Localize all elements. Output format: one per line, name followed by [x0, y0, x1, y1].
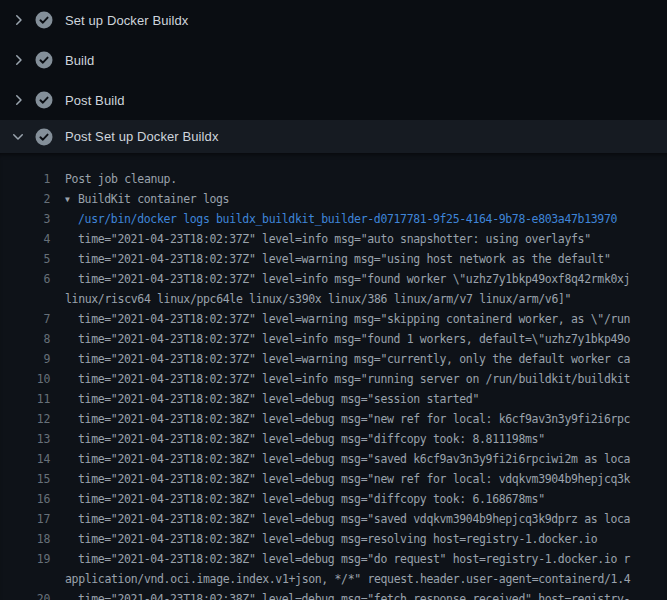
actions-log-viewer: Set up Docker Buildx Build Post Bu — [0, 0, 667, 600]
log-line-text: time="2021-04-23T18:02:37Z" level=info m… — [65, 369, 630, 389]
log-line-text: Post job cleanup. — [65, 169, 177, 189]
log-line: 20 time="2021-04-23T18:02:38Z" level=deb… — [0, 589, 667, 600]
chevron-right-icon — [10, 52, 26, 68]
log-line-text: linux/riscv64 linux/ppc64le linux/s390x … — [65, 289, 571, 309]
log-line-number[interactable]: 18 — [0, 529, 50, 549]
log-line-text: time="2021-04-23T18:02:38Z" level=debug … — [65, 469, 630, 489]
log-line-number[interactable]: 10 — [0, 369, 50, 389]
check-circle-icon — [35, 11, 53, 29]
log-line-number[interactable]: 7 — [0, 309, 50, 329]
log-line-number[interactable]: 11 — [0, 389, 50, 409]
step-header-set-up-docker-buildx[interactable]: Set up Docker Buildx — [0, 0, 667, 40]
log-line-text: time="2021-04-23T18:02:38Z" level=debug … — [65, 549, 630, 569]
log-line-text: time="2021-04-23T18:02:38Z" level=debug … — [65, 409, 630, 429]
log-line-text: time="2021-04-23T18:02:38Z" level=debug … — [65, 429, 545, 449]
log-line-text: time="2021-04-23T18:02:38Z" level=debug … — [65, 489, 545, 509]
check-circle-icon — [35, 51, 53, 69]
step-name: Build — [65, 53, 94, 68]
log-line-text: application/vnd.oci.image.index.v1+json,… — [65, 569, 630, 589]
log-line-text: time="2021-04-23T18:02:37Z" level=info m… — [65, 269, 630, 289]
log-line-number[interactable]: 20 — [0, 589, 50, 600]
log-line-number[interactable]: 8 — [0, 329, 50, 349]
log-line: 7 time="2021-04-23T18:02:37Z" level=warn… — [0, 309, 667, 329]
log-line-number[interactable]: 13 — [0, 429, 50, 449]
log-line-text: time="2021-04-23T18:02:38Z" level=debug … — [65, 449, 630, 469]
log-line-number[interactable]: 5 — [0, 249, 50, 269]
chevron-right-icon — [10, 12, 26, 28]
log-line-number[interactable]: 2 — [0, 189, 50, 209]
log-line-number[interactable]: 15 — [0, 469, 50, 489]
log-line: linux/riscv64 linux/ppc64le linux/s390x … — [0, 289, 667, 309]
log-group-label[interactable]: BuildKit container logs — [78, 192, 229, 206]
log-line-text: ▼BuildKit container logs — [65, 189, 229, 209]
log-line: 10 time="2021-04-23T18:02:37Z" level=inf… — [0, 369, 667, 389]
log-line-text: time="2021-04-23T18:02:37Z" level=warnin… — [65, 309, 630, 329]
log-line-text: time="2021-04-23T18:02:38Z" level=debug … — [65, 389, 479, 409]
log-line-number[interactable]: 14 — [0, 449, 50, 469]
log-line: application/vnd.oci.image.index.v1+json,… — [0, 569, 667, 589]
log-line-number[interactable]: 4 — [0, 229, 50, 249]
step-header-build[interactable]: Build — [0, 40, 667, 80]
log-line-text: time="2021-04-23T18:02:38Z" level=debug … — [65, 509, 630, 529]
log-line: 16 time="2021-04-23T18:02:38Z" level=deb… — [0, 489, 667, 509]
log-line: 17 time="2021-04-23T18:02:38Z" level=deb… — [0, 509, 667, 529]
log-line: 6 time="2021-04-23T18:02:37Z" level=info… — [0, 269, 667, 289]
log-line: 18 time="2021-04-23T18:02:38Z" level=deb… — [0, 529, 667, 549]
log-line-number[interactable]: 9 — [0, 349, 50, 369]
step-name: Set up Docker Buildx — [65, 13, 188, 28]
log-line-text: time="2021-04-23T18:02:38Z" level=debug … — [65, 589, 630, 600]
log-panel[interactable]: 1 Post job cleanup. 2 ▼BuildKit containe… — [0, 153, 667, 600]
log-line-number[interactable]: 1 — [0, 169, 50, 189]
chevron-down-icon — [10, 129, 26, 145]
log-line: 4 time="2021-04-23T18:02:37Z" level=info… — [0, 229, 667, 249]
log-line: 3 /usr/bin/docker logs buildx_buildkit_b… — [0, 209, 667, 229]
log-line-number[interactable]: 16 — [0, 489, 50, 509]
log-line-number — [0, 569, 50, 589]
log-line-number — [0, 289, 50, 309]
log-line-text: time="2021-04-23T18:02:37Z" level=warnin… — [65, 249, 610, 269]
chevron-right-icon — [10, 92, 26, 108]
log-line: 19 time="2021-04-23T18:02:38Z" level=deb… — [0, 549, 667, 569]
log-line: 13 time="2021-04-23T18:02:38Z" level=deb… — [0, 429, 667, 449]
log-line-text: time="2021-04-23T18:02:37Z" level=info m… — [65, 329, 630, 349]
log-line: 12 time="2021-04-23T18:02:38Z" level=deb… — [0, 409, 667, 429]
log-line-number[interactable]: 3 — [0, 209, 50, 229]
log-line: 2 ▼BuildKit container logs — [0, 189, 667, 209]
step-name: Post Set up Docker Buildx — [65, 129, 219, 144]
log-line: 9 time="2021-04-23T18:02:37Z" level=warn… — [0, 349, 667, 369]
log-line-number[interactable]: 6 — [0, 269, 50, 289]
steps-list: Set up Docker Buildx Build Post Bu — [0, 0, 667, 153]
log-line: 8 time="2021-04-23T18:02:37Z" level=info… — [0, 329, 667, 349]
log-line-text: time="2021-04-23T18:02:37Z" level=info m… — [65, 229, 591, 249]
log-line-text: /usr/bin/docker logs buildx_buildkit_bui… — [65, 209, 617, 229]
log-line: 14 time="2021-04-23T18:02:38Z" level=deb… — [0, 449, 667, 469]
log-line: 5 time="2021-04-23T18:02:37Z" level=warn… — [0, 249, 667, 269]
log-line-text: time="2021-04-23T18:02:37Z" level=warnin… — [65, 349, 630, 369]
log-line-text: time="2021-04-23T18:02:38Z" level=debug … — [65, 529, 597, 549]
log-line: 15 time="2021-04-23T18:02:38Z" level=deb… — [0, 469, 667, 489]
log-line-number[interactable]: 17 — [0, 509, 50, 529]
log-line: 11 time="2021-04-23T18:02:38Z" level=deb… — [0, 389, 667, 409]
step-name: Post Build — [65, 93, 125, 108]
log-line-number[interactable]: 12 — [0, 409, 50, 429]
step-header-post-set-up-docker-buildx[interactable]: Post Set up Docker Buildx — [0, 120, 667, 153]
log-line-number[interactable]: 19 — [0, 549, 50, 569]
step-header-post-build[interactable]: Post Build — [0, 80, 667, 120]
log-line: 1 Post job cleanup. — [0, 169, 667, 189]
check-circle-icon — [35, 128, 53, 146]
group-caret-icon[interactable]: ▼ — [65, 190, 78, 210]
check-circle-icon — [35, 91, 53, 109]
